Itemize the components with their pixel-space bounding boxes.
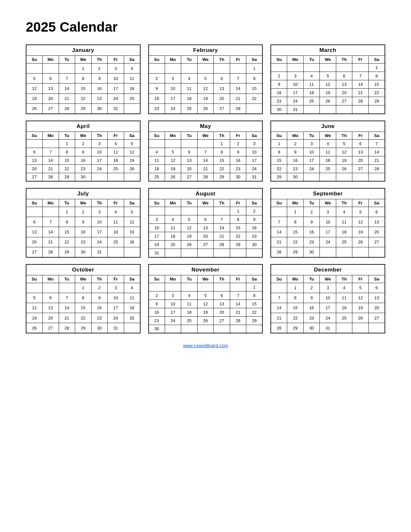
day-cell: 14 <box>230 300 246 308</box>
day-cell: 30 <box>271 105 287 114</box>
day-cell: 12 <box>336 148 352 156</box>
table-row: 18192021222324 <box>149 164 263 173</box>
day-cell: 7 <box>271 217 287 227</box>
table-row: 45678910 <box>149 148 263 156</box>
day-header-tu: Tu <box>181 199 198 207</box>
day-cell <box>214 64 230 74</box>
day-cell: 11 <box>108 148 124 156</box>
day-cell: 9 <box>246 215 263 224</box>
day-cell: 16 <box>75 227 92 237</box>
month-table-august: AugustSuMoTuWeThFrSa12345678910111213141… <box>148 188 263 258</box>
month-title-august: August <box>149 188 263 199</box>
day-cell: 1 <box>287 283 304 293</box>
day-cell: 26 <box>26 323 43 333</box>
day-cell: 5 <box>181 215 198 224</box>
day-header-we: We <box>197 199 214 207</box>
day-header-sa: Sa <box>368 199 385 207</box>
day-header-tu: Tu <box>303 132 320 139</box>
day-cell: 5 <box>352 207 369 217</box>
day-cell: 18 <box>165 232 181 241</box>
day-cell: 31 <box>108 323 124 333</box>
table-row: 21222324252627 <box>271 313 385 323</box>
day-cell <box>149 207 165 215</box>
table-row: 262728293031 <box>26 103 140 113</box>
table-row: 19202122232425 <box>26 94 140 103</box>
day-header-sa: Sa <box>124 132 140 139</box>
day-cell: 13 <box>26 227 43 237</box>
day-cell: 27 <box>26 173 43 181</box>
day-cell: 17 <box>108 303 124 313</box>
month-title-september: September <box>271 188 385 199</box>
day-cell: 17 <box>91 156 108 164</box>
day-cell: 21 <box>271 237 287 247</box>
day-cell <box>124 323 140 333</box>
day-cell: 25 <box>165 241 181 249</box>
day-cell: 31 <box>91 247 108 257</box>
day-cell: 14 <box>271 227 287 237</box>
day-cell: 3 <box>91 207 108 217</box>
day-cell: 2 <box>287 139 304 148</box>
day-header-fr: Fr <box>352 132 369 139</box>
day-cell: 12 <box>352 293 369 303</box>
day-cell: 10 <box>108 74 124 84</box>
table-row: 16171819202122 <box>149 94 263 103</box>
day-cell: 31 <box>320 323 336 333</box>
day-cell: 23 <box>91 94 108 103</box>
day-cell: 13 <box>26 156 43 164</box>
day-cell: 4 <box>320 139 336 148</box>
day-cell: 6 <box>214 291 230 300</box>
day-cell: 30 <box>149 325 165 333</box>
day-cell: 11 <box>181 300 198 308</box>
day-cell: 17 <box>287 89 304 97</box>
day-cell <box>336 323 352 333</box>
day-cell: 9 <box>91 74 108 84</box>
day-cell <box>214 207 230 215</box>
day-header-th: Th <box>91 132 108 139</box>
day-cell: 19 <box>197 308 214 316</box>
day-cell: 18 <box>181 94 198 103</box>
day-cell: 25 <box>303 97 320 105</box>
day-cell: 7 <box>43 148 59 156</box>
day-header-su: Su <box>149 56 165 64</box>
day-cell: 6 <box>368 207 385 217</box>
day-cell: 30 <box>230 173 246 181</box>
day-cell: 27 <box>214 316 230 325</box>
day-cell: 15 <box>75 84 92 94</box>
day-header-mo: Mo <box>287 199 304 207</box>
day-cell <box>320 105 336 114</box>
day-cell <box>181 249 198 257</box>
day-cell: 19 <box>124 227 140 237</box>
day-cell <box>197 139 214 148</box>
day-cell <box>214 325 230 333</box>
day-cell: 10 <box>303 148 320 156</box>
day-cell: 12 <box>197 84 214 94</box>
footer-link[interactable]: www.LeaveBoard.com <box>26 343 385 348</box>
day-header-tu: Tu <box>303 199 320 207</box>
day-cell: 28 <box>230 316 246 325</box>
day-cell: 5 <box>336 139 352 148</box>
day-cell: 30 <box>287 173 304 181</box>
day-cell: 7 <box>271 293 287 303</box>
day-cell: 13 <box>43 303 59 313</box>
day-cell: 30 <box>91 323 108 333</box>
day-cell: 8 <box>59 148 75 156</box>
day-cell: 20 <box>26 237 43 247</box>
day-cell: 6 <box>181 148 198 156</box>
day-cell: 27 <box>43 103 59 113</box>
day-cell: 26 <box>352 237 369 247</box>
table-row: 891011121314 <box>271 148 385 156</box>
day-cell: 9 <box>149 84 165 94</box>
day-cell: 21 <box>352 89 369 97</box>
day-cell: 18 <box>124 84 140 94</box>
day-cell: 25 <box>181 316 198 325</box>
table-row: 2345678 <box>271 72 385 80</box>
day-header-fr: Fr <box>230 275 246 283</box>
day-cell <box>246 103 263 113</box>
day-cell: 11 <box>320 148 336 156</box>
table-row: 3456789 <box>149 215 263 224</box>
day-cell: 21 <box>59 94 75 103</box>
day-cell <box>287 64 304 72</box>
day-cell: 28 <box>214 241 230 249</box>
day-cell: 29 <box>368 97 385 105</box>
day-cell: 11 <box>149 156 165 164</box>
